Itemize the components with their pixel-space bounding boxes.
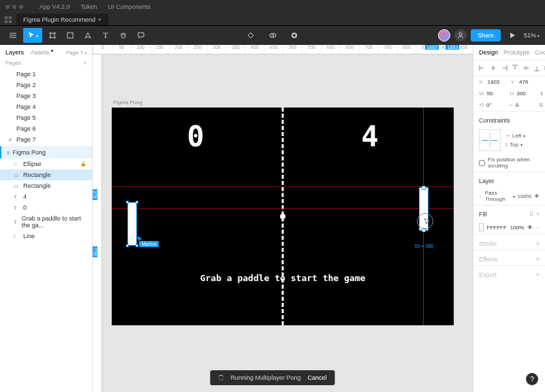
align-bottom-icon[interactable] bbox=[533, 65, 540, 71]
fix-scroll-checkbox[interactable] bbox=[479, 160, 485, 166]
align-controls bbox=[473, 61, 545, 76]
page-selector[interactable]: Page 7▾ bbox=[66, 50, 87, 56]
menu-ui-components[interactable]: UI Components bbox=[108, 3, 151, 10]
layer-item[interactable]: ○Ellipse🔒 bbox=[0, 159, 92, 169]
page-item[interactable]: Page 5 bbox=[0, 112, 92, 123]
menu-app[interactable]: App V4.2.0 bbox=[40, 3, 70, 10]
tab-active[interactable]: Figma Plugin Recommend × bbox=[16, 14, 108, 25]
h-input[interactable] bbox=[516, 91, 537, 97]
text-tool[interactable]: T bbox=[98, 28, 113, 43]
page-item[interactable]: ✓Page 7 bbox=[0, 134, 92, 145]
svg-rect-0 bbox=[5, 16, 7, 19]
align-left-icon[interactable] bbox=[479, 65, 486, 71]
smart-guide bbox=[112, 186, 454, 187]
paddle-left[interactable] bbox=[128, 203, 136, 245]
align-top-icon[interactable] bbox=[512, 65, 518, 71]
fill-style-icon[interactable]: ⠿ bbox=[529, 211, 534, 218]
add-effect-icon[interactable]: + bbox=[536, 256, 540, 263]
share-button[interactable]: Share bbox=[471, 29, 501, 42]
avatar[interactable] bbox=[438, 29, 450, 42]
layer-item[interactable]: T4 bbox=[0, 191, 92, 202]
layer-item[interactable]: /Line bbox=[0, 231, 92, 242]
page-item[interactable]: Page 3 bbox=[0, 91, 92, 101]
eye-icon[interactable]: 👁 bbox=[527, 225, 533, 231]
layer-item[interactable]: ▭Rectangle bbox=[0, 180, 92, 191]
tab-assets[interactable]: Assets bbox=[31, 49, 49, 56]
radius-input[interactable] bbox=[516, 102, 536, 108]
cursor-icon bbox=[136, 235, 143, 242]
frame-tool[interactable] bbox=[45, 28, 60, 43]
rotation-input[interactable] bbox=[486, 102, 507, 108]
fill-swatch[interactable] bbox=[479, 223, 484, 231]
layer-item[interactable]: TGrab a paddle to start the ga... bbox=[0, 213, 92, 231]
fill-header: Fill bbox=[479, 211, 487, 218]
constraint-v-select[interactable]: ↕ Top ▾ bbox=[505, 142, 525, 148]
window-traffic-lights[interactable] bbox=[5, 5, 23, 9]
hand-tool[interactable] bbox=[116, 28, 131, 43]
layer-item[interactable]: ▭Rectangle bbox=[0, 169, 92, 180]
boolean-icon[interactable] bbox=[287, 28, 302, 43]
fill-opacity[interactable]: 100% bbox=[510, 225, 524, 231]
tab-prototype[interactable]: Prototype bbox=[503, 49, 530, 56]
corners-icon[interactable]: ⊞ bbox=[539, 102, 544, 108]
page-item[interactable]: Page 2 bbox=[0, 80, 92, 91]
tab-layers[interactable]: Layers bbox=[5, 49, 24, 56]
x-input[interactable] bbox=[488, 79, 508, 85]
link-icon[interactable]: ⬍ bbox=[540, 91, 544, 97]
pen-tool[interactable] bbox=[80, 28, 95, 43]
toolbar: ▾ T Share 51%▾ bbox=[0, 26, 545, 45]
page-item[interactable]: Page 4 bbox=[0, 101, 92, 112]
constraint-h-select[interactable]: ↔ Left ▾ bbox=[505, 133, 525, 139]
blend-mode-select[interactable]: Pass Through bbox=[485, 190, 510, 202]
plugin-toast: Running Multiplayer Pong Cancel bbox=[210, 370, 334, 385]
toast-message: Running Multiplayer Pong bbox=[230, 374, 300, 381]
move-tool[interactable]: ▾ bbox=[23, 28, 42, 43]
frame-layer[interactable]: # Figma Pong bbox=[0, 146, 92, 159]
canvas[interactable]: 0501001502002503003504004505005506006507… bbox=[93, 45, 473, 392]
blend-mode-icon: ○ bbox=[479, 193, 482, 199]
shape-tool[interactable] bbox=[63, 28, 78, 43]
align-hcenter-icon[interactable] bbox=[490, 65, 497, 71]
help-button[interactable]: ? bbox=[526, 373, 538, 385]
present-icon[interactable] bbox=[505, 28, 520, 43]
eye-icon[interactable]: 👁 bbox=[534, 193, 540, 199]
pong-frame[interactable]: 0 4 Grab a paddle to start the game Mari… bbox=[112, 108, 454, 325]
add-fill-icon[interactable]: + bbox=[536, 211, 540, 218]
page-item[interactable]: Page 1 bbox=[0, 69, 92, 80]
ruler-vertical[interactable]: 278 776 bbox=[93, 54, 102, 392]
mask-icon[interactable] bbox=[265, 28, 280, 43]
tab-code[interactable]: Code bbox=[535, 49, 545, 56]
layer-item[interactable]: T0 bbox=[0, 202, 92, 213]
home-icon[interactable] bbox=[0, 12, 16, 27]
zoom-level[interactable]: 51%▾ bbox=[524, 32, 540, 39]
constraint-widget[interactable] bbox=[479, 129, 501, 151]
menu-token[interactable]: Token bbox=[81, 3, 97, 10]
score-left: 0 bbox=[187, 120, 204, 153]
comment-tool[interactable] bbox=[134, 28, 149, 43]
align-right-icon[interactable] bbox=[501, 65, 508, 71]
ball[interactable] bbox=[280, 214, 285, 219]
stroke-header: Stroke bbox=[479, 240, 497, 247]
close-icon[interactable]: × bbox=[98, 16, 102, 22]
y-input[interactable] bbox=[519, 79, 540, 85]
svg-rect-2 bbox=[5, 20, 7, 23]
menu-icon[interactable] bbox=[5, 28, 20, 43]
align-vcenter-icon[interactable] bbox=[523, 65, 529, 71]
frame-label[interactable]: Figma Pong bbox=[113, 99, 142, 105]
add-page-icon[interactable]: + bbox=[83, 60, 87, 66]
layer-opacity[interactable]: 100% bbox=[518, 193, 531, 199]
remove-fill-icon[interactable]: − bbox=[536, 225, 540, 231]
layer-header: Layer bbox=[479, 178, 495, 184]
page-item[interactable]: Page 6 bbox=[0, 123, 92, 134]
component-icon[interactable] bbox=[243, 28, 258, 43]
spinner-icon bbox=[218, 375, 223, 380]
avatar-extra[interactable] bbox=[454, 29, 467, 42]
tab-design[interactable]: Design bbox=[479, 49, 498, 56]
add-stroke-icon[interactable]: + bbox=[536, 240, 540, 247]
fill-hex[interactable]: FFFFFF bbox=[487, 225, 507, 231]
ruler-horizontal[interactable]: 0501001502002503003504004505005506006507… bbox=[93, 45, 473, 54]
toast-cancel-button[interactable]: Cancel bbox=[308, 374, 327, 381]
svg-rect-3 bbox=[9, 20, 12, 23]
add-export-icon[interactable]: + bbox=[536, 272, 540, 278]
w-input[interactable] bbox=[487, 91, 508, 97]
